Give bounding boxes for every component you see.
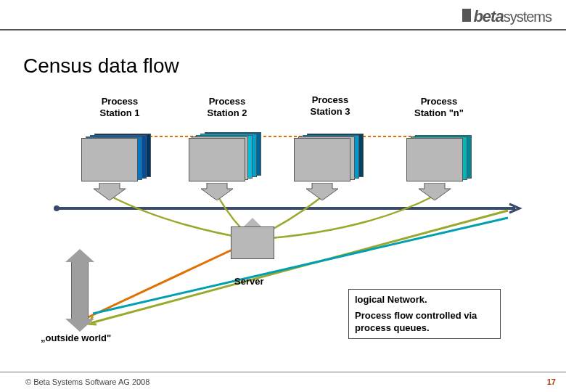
- station-2-stack: [189, 138, 245, 200]
- server-box: [231, 226, 274, 259]
- info-line-1: logical Network.: [355, 294, 494, 306]
- slide-title: Census data flow: [23, 54, 179, 78]
- svg-marker-7: [306, 183, 338, 200]
- station-n-stack: [406, 138, 463, 200]
- logo-text-beta: beta: [473, 7, 503, 26]
- outside-world-label: „outside world": [41, 332, 111, 343]
- info-line-2: Process flow controlled via process queu…: [355, 310, 494, 334]
- svg-point-4: [54, 205, 60, 211]
- footer: © Beta Systems Software AG 2008 17: [0, 372, 566, 392]
- footer-page-number: 17: [547, 377, 556, 386]
- station-2-label: ProcessStation 2: [194, 96, 260, 118]
- header-bar: beta systems: [0, 0, 566, 30]
- station-1-label: ProcessStation 1: [87, 96, 152, 118]
- station-n-label: ProcessStation "n": [406, 96, 472, 118]
- svg-marker-5: [94, 183, 126, 200]
- logo-mark: [462, 9, 471, 22]
- svg-marker-6: [201, 183, 233, 200]
- station-3-stack: [294, 138, 350, 200]
- outside-world-double-arrow-icon: [71, 261, 89, 319]
- svg-marker-8: [419, 183, 451, 200]
- footer-copyright: © Beta Systems Software AG 2008: [25, 377, 149, 386]
- station-3-label: ProcessStation 3: [298, 94, 363, 117]
- brand-logo: beta systems: [462, 7, 551, 26]
- info-box: logical Network. Process flow controlled…: [348, 289, 501, 339]
- server-label: Server: [234, 276, 263, 287]
- station-1-stack: [81, 138, 138, 200]
- logo-text-systems: systems: [504, 9, 551, 25]
